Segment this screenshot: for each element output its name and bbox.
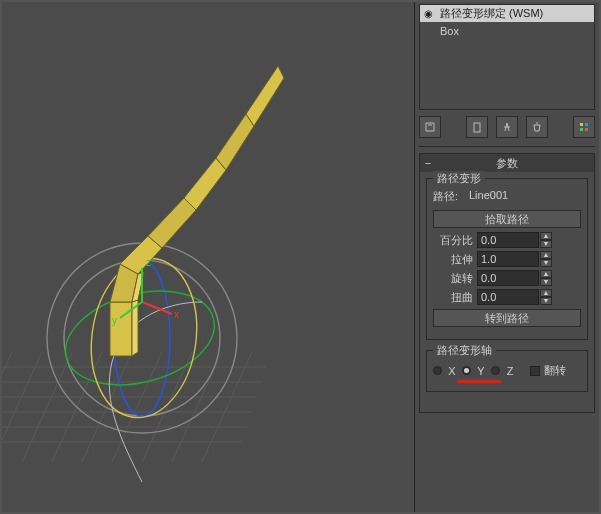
panel-divider [419, 146, 595, 147]
command-panel: ◉ 路径变形绑定 (WSM) Box [415, 2, 599, 512]
stack-item-label: Box [436, 25, 594, 37]
spin-down-icon[interactable]: ▼ [540, 240, 552, 248]
rollout-header[interactable]: − 参数 [420, 154, 594, 172]
axis-x-label: x [174, 309, 179, 320]
svg-rect-35 [580, 128, 583, 131]
axis-y-label: y [112, 315, 117, 326]
spin-down-icon[interactable]: ▼ [540, 259, 552, 267]
svg-line-8 [22, 352, 72, 462]
spin-up-icon[interactable]: ▲ [540, 289, 552, 297]
path-deform-axis-group: 路径变形轴 X Y Z 翻转 [426, 350, 588, 392]
lightbulb-icon: ◉ [420, 8, 436, 19]
path-value: Line001 [469, 189, 508, 204]
annotation-underline [457, 380, 501, 383]
svg-marker-20 [110, 302, 132, 356]
svg-line-14 [202, 352, 252, 462]
ground-grid [2, 352, 267, 462]
percent-spinner[interactable]: ▲▼ [477, 232, 552, 248]
svg-line-7 [2, 352, 42, 462]
viewport-3d[interactable]: x y z [2, 2, 415, 512]
svg-marker-23 [148, 198, 196, 248]
rollout-collapse-icon: − [420, 157, 436, 169]
svg-line-12 [142, 352, 192, 462]
path-deform-group: 路径变形 路径: Line001 拾取路径 百分比 ▲▼ [426, 178, 588, 340]
rollout-title: 参数 [436, 156, 594, 171]
pin-stack-button[interactable] [419, 116, 441, 138]
modifier-stack-list[interactable]: ◉ 路径变形绑定 (WSM) Box [419, 4, 595, 110]
spin-down-icon[interactable]: ▼ [540, 297, 552, 305]
modifier-stack-item-box[interactable]: Box [420, 22, 594, 39]
svg-rect-36 [585, 128, 588, 131]
twist-spinner[interactable]: ▲▼ [477, 289, 552, 305]
axis-y-radio[interactable] [462, 366, 471, 375]
configure-modifier-sets-button[interactable] [573, 116, 595, 138]
stretch-input[interactable] [477, 251, 539, 267]
svg-rect-33 [580, 123, 583, 126]
svg-marker-24 [184, 158, 226, 210]
axis-z-radio[interactable] [491, 366, 500, 375]
svg-marker-26 [246, 66, 284, 126]
deformed-box[interactable] [110, 66, 284, 356]
flip-checkbox[interactable] [530, 366, 540, 376]
make-unique-button[interactable] [496, 116, 518, 138]
path-readout: 路径: Line001 [433, 189, 581, 204]
toolbar-separator [557, 116, 565, 138]
rotate-label: 旋转 [433, 271, 473, 286]
svg-marker-25 [216, 114, 254, 170]
move-to-path-button[interactable]: 转到路径 [433, 309, 581, 327]
group-title: 路径变形轴 [433, 343, 496, 358]
flip-label: 翻转 [544, 363, 566, 378]
svg-line-6 [2, 352, 12, 462]
twist-label: 扭曲 [433, 290, 473, 305]
axis-z-label: Z [504, 365, 516, 377]
stack-toolbar [415, 110, 599, 144]
percent-input[interactable] [477, 232, 539, 248]
axis-x-radio[interactable] [433, 366, 442, 375]
axis-x-label: X [446, 365, 458, 377]
toolbar-separator [449, 116, 457, 138]
svg-point-19 [81, 252, 206, 425]
modifier-stack-item-pathdeform[interactable]: ◉ 路径变形绑定 (WSM) [420, 5, 594, 22]
axis-z-label: z [146, 257, 151, 268]
stack-item-label: 路径变形绑定 (WSM) [436, 6, 594, 21]
spin-up-icon[interactable]: ▲ [540, 270, 552, 278]
modifier-stack-panel: ◉ 路径变形绑定 (WSM) Box [419, 4, 595, 110]
percent-label: 百分比 [433, 233, 473, 248]
stretch-label: 拉伸 [433, 252, 473, 267]
remove-modifier-button[interactable] [526, 116, 548, 138]
spin-up-icon[interactable]: ▲ [540, 251, 552, 259]
rotate-spinner[interactable]: ▲▼ [477, 270, 552, 286]
twist-input[interactable] [477, 289, 539, 305]
show-end-result-button[interactable] [466, 116, 488, 138]
svg-rect-34 [585, 123, 588, 126]
stretch-spinner[interactable]: ▲▼ [477, 251, 552, 267]
pick-path-button[interactable]: 拾取路径 [433, 210, 581, 228]
svg-rect-32 [474, 123, 480, 132]
parameters-rollout: − 参数 路径变形 路径: Line001 拾取路径 百分比 ▲▼ [419, 153, 595, 413]
spin-down-icon[interactable]: ▼ [540, 278, 552, 286]
group-title: 路径变形 [433, 171, 485, 186]
rotate-input[interactable] [477, 270, 539, 286]
axis-y-label: Y [475, 365, 487, 377]
spin-up-icon[interactable]: ▲ [540, 232, 552, 240]
path-label: 路径: [433, 189, 469, 204]
